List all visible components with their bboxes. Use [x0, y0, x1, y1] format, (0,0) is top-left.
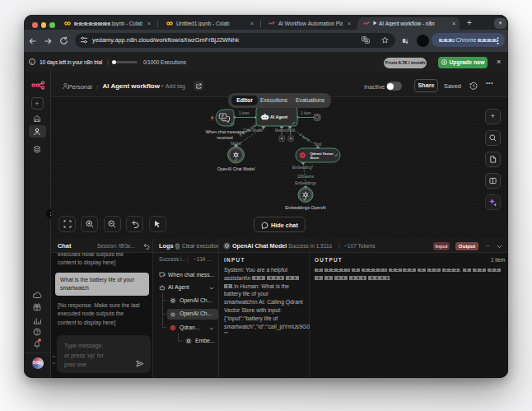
svg-text:Tool: Tool — [287, 128, 294, 133]
svg-text:AI Agent: AI Agent — [270, 114, 287, 119]
svg-text:Store: Store — [310, 156, 320, 160]
svg-text:Chat Model*: Chat Model* — [243, 128, 264, 133]
svg-text:Embedding*: Embedding* — [292, 166, 313, 170]
svg-text:1 item: 1 item — [301, 111, 311, 115]
svg-text:Qdrant Vector: Qdrant Vector — [310, 152, 334, 156]
svg-text:Tool: Tool — [315, 142, 321, 147]
svg-text:1 item: 1 item — [239, 111, 250, 115]
svg-text:OpenAI Chat Model: OpenAI Chat Model — [217, 166, 255, 171]
svg-text:106 items: 106 items — [297, 175, 315, 179]
svg-text:3 items: 3 items — [298, 133, 311, 143]
svg-text:When chat message: When chat message — [206, 129, 245, 134]
svg-text:Embeddings: Embeddings — [295, 181, 316, 185]
svg-text:received: received — [217, 135, 232, 140]
svg-text:Embeddings OpenAI: Embeddings OpenAI — [285, 205, 326, 210]
